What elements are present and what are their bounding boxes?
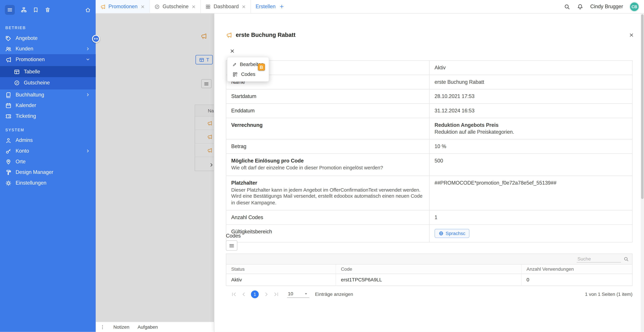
detail-label: Mögliche Einlösung pro Code [231, 158, 424, 164]
tab-label: Gutscheine [162, 4, 188, 9]
drawer-header: erste Buchung Rabatt [226, 32, 634, 38]
tab-promotionen[interactable]: Promotionen [96, 0, 150, 13]
table-row[interactable]: Aktiv erst1TPC5P6A9LL 0 [226, 274, 632, 286]
content-area: T Name Notizen Aufgaben [96, 13, 644, 332]
sidebar-item-einstellungen[interactable]: Einstellungen [0, 177, 96, 188]
trash-icon[interactable] [45, 7, 50, 12]
sidebar-item-konto[interactable]: Konto [0, 146, 96, 156]
bell-icon[interactable] [577, 3, 583, 10]
sitemap-icon[interactable] [21, 7, 27, 12]
users-icon [5, 46, 12, 52]
sidebar-item-kunden[interactable]: Kunden [0, 43, 96, 54]
detail-label: Platzhalter [231, 180, 424, 186]
sidebar-item-ticketing[interactable]: Ticketing [0, 111, 96, 122]
sidebar-item-label: Konto [16, 148, 29, 154]
sidebar-item-label: Tabelle [24, 69, 40, 74]
menu-item-codes[interactable]: Codes [228, 69, 269, 79]
sidebar-item-buchhaltung[interactable]: Buchhaltung [0, 89, 96, 100]
search-icon[interactable] [624, 256, 629, 262]
detail-label-desc: Dieser Platzhalter kann in jedem Angebot… [231, 187, 424, 206]
user-name: Cindy Brugger [590, 4, 623, 9]
menu-item-label: Codes [241, 71, 256, 77]
modal-dim-overlay [96, 13, 214, 322]
detail-row-verrechnung: Verrechnung Reduktion Angebots Preis Red… [226, 118, 632, 139]
sidebar-item-gutscheine[interactable]: Gutscheine [0, 77, 96, 88]
codes-section-heading: Codes [226, 233, 241, 239]
pager-prev-button[interactable] [239, 290, 248, 299]
close-icon[interactable] [191, 4, 196, 9]
app-window: BETRIEB Angebote Kunden Promotionen Tabe… [0, 0, 644, 332]
tab-label: Dashboard [214, 4, 239, 9]
tab-gutscheine[interactable]: Gutscheine [150, 0, 201, 13]
dots-vertical-icon[interactable] [100, 325, 105, 330]
search-input[interactable] [576, 256, 621, 263]
tab-bar: Promotionen Gutscheine Dashboard Erstell… [96, 0, 644, 13]
sidebar-item-label: Admins [16, 137, 33, 143]
detail-value: 1 [430, 210, 632, 224]
plus-icon [279, 4, 284, 9]
detail-label: Betrag [231, 144, 246, 149]
bottom-bar-aufgaben[interactable]: Aufgaben [138, 325, 158, 330]
sidebar-menu-button[interactable] [5, 5, 15, 14]
sidebar-resize-handle[interactable] [92, 35, 100, 43]
calendar-icon [5, 102, 12, 109]
chevron-right-icon [209, 162, 214, 168]
keyboard-hint-badge: B [258, 64, 265, 71]
pencil-icon [232, 62, 236, 67]
close-icon[interactable] [140, 4, 145, 9]
pager-first-button[interactable] [229, 290, 238, 299]
tag-icon [5, 35, 12, 41]
megaphone-icon [5, 56, 12, 63]
sidebar-item-admins[interactable]: Admins [0, 135, 96, 146]
tab-erstellen[interactable]: Erstellen [251, 0, 289, 13]
detail-row-name: Name erste Buchung Rabatt [226, 75, 632, 89]
pager-current-page[interactable]: 1 [251, 290, 259, 298]
close-icon[interactable] [629, 32, 634, 37]
bottom-bar: Notizen Aufgaben [96, 322, 214, 332]
sidebar-item-label: Gutscheine [24, 80, 50, 85]
codes-grid-menu-button[interactable] [226, 240, 238, 251]
pager-last-button[interactable] [272, 290, 280, 299]
actions-menu-toggle[interactable] [228, 46, 237, 55]
avatar[interactable]: CB [630, 2, 639, 11]
home-icon[interactable] [85, 7, 91, 12]
column-header-status: Status [226, 265, 336, 274]
sprachsc-chip-button[interactable]: Sprachsc [434, 229, 470, 238]
drawer-expand-button[interactable] [208, 160, 215, 170]
tab-dashboard[interactable]: Dashboard [201, 0, 251, 13]
detail-label: Verrechnung [231, 122, 263, 128]
page-size-select[interactable]: 10 [287, 291, 309, 298]
pagination-summary: 1 von 1 Seiten (1 item) [585, 292, 632, 297]
vertical-scrollbar[interactable] [641, 13, 644, 332]
grid-icon [206, 4, 211, 9]
detail-value-title: Reduktion Angebots Preis [434, 122, 627, 128]
sidebar-item-orte[interactable]: Orte [0, 156, 96, 167]
sidebar-item-label: Promotionen [16, 57, 45, 62]
sidebar-item-design-manager[interactable]: Design Manager [0, 167, 96, 178]
detail-value: 10 % [430, 140, 632, 154]
sidebar-item-angebote[interactable]: Angebote [0, 33, 96, 43]
entries-label: Einträge anzeigen [315, 292, 353, 297]
sidebar-item-label: Kalender [16, 103, 36, 108]
detail-value: 500 [430, 154, 632, 175]
sidebar-item-promotionen[interactable]: Promotionen [0, 54, 96, 65]
column-header-verwendungen: Anzahl Verwendungen [521, 265, 632, 274]
tabbar-right-controls: Cindy Brugger CB [559, 0, 644, 13]
menu-icon [229, 243, 234, 248]
close-icon[interactable] [242, 4, 246, 9]
detail-label: Enddatum [231, 108, 255, 114]
qr-code-icon [232, 72, 238, 77]
bookmark-icon[interactable] [33, 7, 38, 12]
sidebar-item-tabelle[interactable]: Tabelle [0, 66, 96, 77]
detail-label: Startdatum [231, 93, 256, 99]
cell-code: erst1TPC5P6A9LL [336, 274, 521, 286]
detail-value: 28.10.2021 17:53 [430, 89, 632, 103]
sidebar-item-kalender[interactable]: Kalender [0, 100, 96, 111]
search-icon[interactable] [564, 3, 570, 10]
pager-last-icon [273, 292, 279, 297]
pager-next-button[interactable] [262, 290, 271, 299]
scrollbar-thumb[interactable] [641, 14, 644, 199]
pager-prev-icon [241, 292, 246, 297]
promotion-icon [100, 4, 106, 9]
bottom-bar-notizen[interactable]: Notizen [113, 325, 130, 330]
